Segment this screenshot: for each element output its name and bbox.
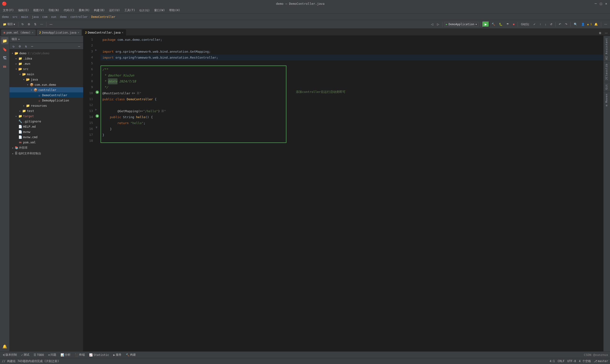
tree-item-test[interactable]: ▸ 📁 test bbox=[10, 108, 83, 113]
tree-item-controller[interactable]: ▾ 📦 controller bbox=[10, 87, 83, 92]
run-button[interactable]: ▶ bbox=[482, 21, 489, 27]
breadcrumb-com[interactable]: com bbox=[42, 15, 47, 19]
tool-issues[interactable]: ⊙ 问题 bbox=[47, 352, 57, 357]
stop-button[interactable]: ■ bbox=[511, 22, 516, 27]
tool-terminal[interactable]: ⬛ 终端 bbox=[74, 352, 86, 357]
sync-button[interactable]: ↻ bbox=[20, 22, 25, 27]
sidebar-more-btn[interactable]: ⋯ bbox=[29, 44, 35, 49]
tool-todo[interactable]: ☰ TODO bbox=[32, 353, 45, 357]
code-line-5[interactable] bbox=[101, 61, 603, 66]
tool-test[interactable]: ✓ 测试 bbox=[20, 352, 30, 357]
code-line-11[interactable]: public class DemoController { bbox=[101, 96, 603, 102]
breadcrumb-main[interactable]: main bbox=[21, 15, 28, 19]
profile-button[interactable]: 👤 bbox=[580, 22, 586, 27]
status-position[interactable]: 4:1 bbox=[549, 360, 555, 363]
menu-file[interactable]: 文件(F) bbox=[1, 8, 16, 13]
breadcrumb-java[interactable]: java bbox=[32, 15, 39, 19]
tool-analysis[interactable]: 📊 分析 bbox=[59, 352, 72, 357]
tree-item-main[interactable]: ▾ 📂 main bbox=[10, 71, 83, 77]
tab-demoapp-close[interactable]: ✕ bbox=[78, 31, 79, 34]
tool-build[interactable]: 🔨 构建 bbox=[125, 352, 137, 357]
sidebar-maven-icon[interactable]: m bbox=[1, 63, 8, 70]
jclasslib-panel[interactable]: JClasslib bbox=[604, 62, 610, 82]
git-arrow-up-button[interactable]: ↑ bbox=[538, 22, 542, 27]
menu-help[interactable]: 帮助(H) bbox=[167, 8, 182, 13]
tool-statistic[interactable]: 📈 Statistic bbox=[88, 353, 110, 357]
fold-close-16[interactable]: ▽ bbox=[96, 126, 97, 129]
breadcrumb-class[interactable]: DemoController bbox=[91, 15, 115, 19]
sidebar-section-temp-files[interactable]: ▸ 🗄 临时文件和控制台 bbox=[10, 151, 83, 156]
breadcrumb-src[interactable]: src bbox=[13, 15, 18, 19]
minimize-button[interactable]: ─ bbox=[594, 2, 597, 5]
code-content[interactable]: 添加controller后运行启动类即可 package com.xun.dem… bbox=[101, 36, 603, 351]
maven-side-panel[interactable]: m Maven bbox=[604, 91, 610, 108]
code-line-17[interactable]: } bbox=[101, 132, 603, 138]
redo-button[interactable]: ↷ bbox=[564, 22, 569, 27]
tree-item-target[interactable]: ▸ 📁 target bbox=[10, 113, 83, 119]
code-line-3[interactable]: import org.springframework.web.bind.anno… bbox=[101, 49, 603, 54]
code-line-8[interactable]: * @date 2024/7/18 bbox=[101, 78, 603, 84]
code-line-7[interactable]: * @author XiuJun bbox=[101, 72, 603, 78]
git-button[interactable]: Git(G): bbox=[519, 22, 531, 27]
fold-arrow-3[interactable]: ▷ bbox=[95, 49, 97, 51]
close-button[interactable]: ✕ bbox=[604, 2, 608, 5]
settings-button[interactable]: ⚙ bbox=[26, 22, 32, 27]
sidebar-section-external-libs[interactable]: ▸ 📚 外部库 bbox=[10, 145, 83, 151]
code-line-15[interactable]: return "hello"; bbox=[101, 120, 603, 126]
menu-navigate[interactable]: 导航(N) bbox=[46, 8, 61, 13]
status-branch[interactable]: ⎇ master bbox=[594, 360, 608, 363]
status-indent[interactable]: 4 个空格 bbox=[579, 359, 591, 363]
project-view-button[interactable]: 📁 项目 ▾ bbox=[1, 21, 16, 27]
status-charset[interactable]: UTF-8 bbox=[567, 360, 576, 363]
sidebar-notifications-icon[interactable]: 🔔 bbox=[1, 343, 8, 350]
sort-button[interactable]: ⇅ bbox=[33, 22, 38, 27]
tool-services[interactable]: ▶ 服务 bbox=[112, 352, 122, 357]
breadcrumb-controller[interactable]: controller bbox=[70, 15, 88, 19]
tree-item-mvn[interactable]: ▸ 📁 .mvn bbox=[10, 61, 83, 66]
code-editor[interactable]: 1 2 3 4 5 6 7 8 9 10 11 12 13 14 15 16 1… bbox=[83, 36, 603, 351]
breadcrumb-demo[interactable]: demo bbox=[2, 15, 9, 19]
tab-pom[interactable]: m pom.xml (demo) ✕ bbox=[1, 29, 36, 36]
code-line-9[interactable]: */ bbox=[101, 84, 603, 90]
undo-button[interactable]: ↶ bbox=[557, 22, 563, 27]
menu-view[interactable]: 视图(V) bbox=[31, 8, 46, 13]
tree-item-src[interactable]: ▾ 📂 src bbox=[10, 66, 83, 71]
sidebar-structure-icon[interactable]: 🏗 bbox=[1, 54, 8, 62]
tree-item-resources[interactable]: ▸ 📁 resources bbox=[10, 103, 83, 108]
git-check-button[interactable]: ✓ bbox=[532, 22, 537, 27]
menu-edit[interactable]: 编辑(E) bbox=[16, 8, 31, 13]
sidebar-bookmark-icon[interactable]: 🔖 bbox=[1, 46, 8, 53]
code-line-6[interactable]: /** bbox=[101, 66, 603, 72]
git-arrow-down-button[interactable]: ↓ bbox=[543, 22, 547, 27]
sidebar-project-icon[interactable]: 📁 bbox=[1, 37, 8, 44]
more-button[interactable]: ⋯ bbox=[603, 22, 609, 27]
warning-badge[interactable]: ▲ 1 bbox=[587, 23, 592, 26]
tree-item-demo-root[interactable]: ▾ 📂 demo E:\Code\demo bbox=[10, 51, 83, 56]
more-options-button[interactable]: ⋯ bbox=[39, 22, 45, 27]
menu-tools[interactable]: 工具(T) bbox=[122, 8, 137, 13]
breadcrumb-xun[interactable]: xun bbox=[51, 15, 56, 19]
tree-item-gitignore[interactable]: ▸ 🔧 .gitignore bbox=[10, 119, 83, 124]
menu-git[interactable]: Git(G) bbox=[138, 8, 152, 13]
tab-settings-button[interactable]: ⚙ bbox=[597, 31, 603, 36]
code-line-1[interactable]: package com.xun.demo.controller; bbox=[101, 37, 603, 43]
tree-item-democontroller[interactable]: ▸ ☕ DemoController bbox=[10, 92, 83, 98]
run-config-selector[interactable]: ▶ DemoApplication ▾ bbox=[444, 22, 479, 27]
run-gutter-icon-14[interactable] bbox=[95, 114, 99, 119]
menu-build[interactable]: 构建(B) bbox=[92, 8, 107, 13]
git-side-panel[interactable]: Git bbox=[604, 82, 610, 91]
code-line-13[interactable]: @GetMapping(⚙▾"/hello") 新* bbox=[101, 108, 603, 114]
tree-item-help[interactable]: ▸ 📄 HELP.md bbox=[10, 124, 83, 129]
breadcrumb-demo2[interactable]: demo bbox=[60, 15, 67, 19]
menu-refactor[interactable]: 重构(R) bbox=[77, 8, 91, 13]
sidebar-collapse-btn[interactable]: — bbox=[77, 44, 82, 49]
menu-run[interactable]: 运行(U) bbox=[107, 8, 122, 13]
fold-arrow-13[interactable]: ▷ bbox=[95, 108, 97, 111]
code-line-18[interactable] bbox=[101, 138, 603, 144]
code-line-2[interactable] bbox=[101, 43, 603, 49]
tab-demoapp[interactable]: J DemoApplication.java ✕ bbox=[37, 29, 82, 36]
notifications-button[interactable]: 🔔 bbox=[593, 22, 599, 27]
search-button[interactable]: 🔍 bbox=[572, 22, 579, 27]
tab-more-button[interactable]: ⋯ bbox=[603, 31, 609, 36]
maximize-button[interactable]: □ bbox=[599, 2, 603, 5]
